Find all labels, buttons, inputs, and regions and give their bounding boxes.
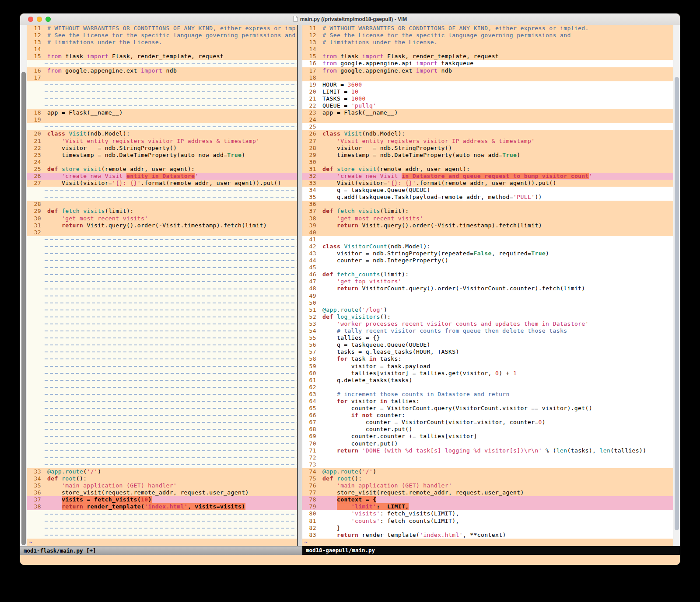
- code-line[interactable]: 18app = Flask(__name__): [27, 109, 297, 116]
- filler-line[interactable]: [27, 187, 297, 194]
- code-line[interactable]: 69 counter.counter += tallies[visitor]: [302, 433, 673, 440]
- code-line[interactable]: 60 tallies[visitor] = tallies.get(visito…: [302, 370, 673, 377]
- tilde-line[interactable]: ~: [27, 539, 297, 546]
- code-line[interactable]: 78 context = {: [302, 496, 673, 503]
- filler-line[interactable]: [27, 370, 297, 377]
- code-line[interactable]: 20LIMIT = 10: [302, 88, 673, 95]
- filler-line[interactable]: [27, 123, 297, 130]
- code-line[interactable]: 29 timestamp = ndb.DateTimeProperty(auto…: [302, 152, 673, 159]
- close-button[interactable]: [28, 17, 33, 22]
- code-line[interactable]: 36: [302, 201, 673, 208]
- code-line[interactable]: 30 'get most recent visits': [27, 215, 297, 222]
- code-line[interactable]: 26class Visit(ndb.Model):: [302, 130, 673, 137]
- filler-line[interactable]: [27, 426, 297, 433]
- code-line[interactable]: 75def root():: [302, 475, 673, 482]
- filler-line[interactable]: [27, 306, 297, 313]
- code-line[interactable]: 35 'main application (GET) handler': [27, 482, 297, 489]
- statusline-left[interactable]: mod1-flask/main.py [+]: [20, 546, 302, 555]
- filler-line[interactable]: [27, 532, 297, 539]
- code-line[interactable]: 19: [27, 116, 297, 123]
- filler-line[interactable]: [27, 313, 297, 320]
- code-line[interactable]: 23app = Flask(__name__): [302, 109, 673, 116]
- code-line[interactable]: 41: [302, 236, 673, 243]
- code-line[interactable]: 67 counter = VisitorCount(visitor=visito…: [302, 419, 673, 426]
- code-line[interactable]: 39 return Visit.query().order(-Visit.tim…: [302, 222, 673, 229]
- code-line[interactable]: 25: [302, 123, 673, 130]
- code-line[interactable]: 35 q.add(taskqueue.Task(payload=remote_a…: [302, 194, 673, 201]
- code-line[interactable]: 34 q = taskqueue.Queue(QUEUE): [302, 187, 673, 194]
- code-line[interactable]: 72: [302, 454, 673, 461]
- code-line[interactable]: 28 visitor = ndb.StringProperty(): [302, 145, 673, 152]
- code-line[interactable]: 51@app.route('/log'): [302, 306, 673, 313]
- filler-line[interactable]: [27, 355, 297, 362]
- code-line[interactable]: 31 return Visit.query().order(-Visit.tim…: [27, 222, 297, 229]
- code-line[interactable]: 58 for task in tasks:: [302, 355, 673, 362]
- code-line[interactable]: 14: [302, 46, 673, 53]
- code-line[interactable]: 21TASKS = 1000: [302, 95, 673, 102]
- filler-line[interactable]: [27, 292, 297, 299]
- filler-line[interactable]: [27, 250, 297, 257]
- filler-line[interactable]: [27, 60, 297, 67]
- code-line[interactable]: 65 counter = VisitorCount.query(VisitorC…: [302, 405, 673, 412]
- code-line[interactable]: 47 'get top visitors': [302, 278, 673, 285]
- code-line[interactable]: 71 return 'DONE (with %d task[s] logging…: [302, 447, 673, 454]
- code-line[interactable]: 46def fetch_counts(limit):: [302, 271, 673, 278]
- right-scrollbar[interactable]: [673, 25, 680, 546]
- code-line[interactable]: 66 if not counter:: [302, 412, 673, 419]
- code-line[interactable]: 20class Visit(ndb.Model):: [27, 130, 297, 137]
- filler-line[interactable]: [27, 454, 297, 461]
- code-line[interactable]: 40: [302, 229, 673, 236]
- code-line[interactable]: 54 # tally recent visitor counts from qu…: [302, 327, 673, 334]
- code-line[interactable]: 24: [27, 159, 297, 166]
- code-line[interactable]: 24: [302, 116, 673, 123]
- code-line[interactable]: 11# WITHOUT WARRANTIES OR CONDITIONS OF …: [302, 25, 673, 32]
- code-line[interactable]: 50: [302, 299, 673, 306]
- filler-line[interactable]: [27, 334, 297, 341]
- filler-line[interactable]: [27, 510, 297, 517]
- code-line[interactable]: 12# See the License for the specific lan…: [302, 32, 673, 39]
- filler-line[interactable]: [27, 348, 297, 355]
- filler-line[interactable]: [27, 285, 297, 292]
- left-scrollbar[interactable]: [20, 25, 27, 546]
- code-line[interactable]: 81 'counts': fetch_counts(LIMIT),: [302, 518, 673, 525]
- code-line[interactable]: 82 }: [302, 525, 673, 532]
- code-line[interactable]: 15from flask import Flask, render_templa…: [302, 53, 673, 60]
- code-line[interactable]: 68 counter.put(): [302, 426, 673, 433]
- filler-line[interactable]: [27, 384, 297, 391]
- filler-line[interactable]: [27, 95, 297, 102]
- filler-line[interactable]: [27, 271, 297, 278]
- code-line[interactable]: 18: [302, 74, 673, 81]
- code-line[interactable]: 70 counter.put(): [302, 440, 673, 447]
- filler-line[interactable]: [27, 433, 297, 440]
- filler-line[interactable]: [27, 341, 297, 348]
- code-line[interactable]: 16from google.appengine.ext import ndb: [27, 67, 297, 74]
- code-line[interactable]: 26 'create new Visit entity in Datastore…: [27, 173, 297, 180]
- filler-line[interactable]: [27, 461, 297, 468]
- code-line[interactable]: 33 Visit(visitor='{}: {}'.format(remote_…: [302, 180, 673, 187]
- code-line[interactable]: 61 q.delete_tasks(tasks): [302, 377, 673, 384]
- code-line[interactable]: 37def fetch_visits(limit):: [302, 208, 673, 215]
- code-line[interactable]: 33@app.route('/'): [27, 468, 297, 475]
- filler-line[interactable]: [27, 391, 297, 398]
- code-line[interactable]: 27 Visit(visitor='{}: {}'.format(remote_…: [27, 180, 297, 187]
- code-line[interactable]: 56 q = taskqueue.Queue(QUEUE): [302, 341, 673, 348]
- code-line[interactable]: 83 return render_template('index.html', …: [302, 532, 673, 539]
- filler-line[interactable]: [27, 327, 297, 334]
- code-line[interactable]: 80 'visits': fetch_visits(LIMIT),: [302, 510, 673, 517]
- code-line[interactable]: 17: [27, 74, 297, 81]
- code-line[interactable]: 48 return VisitorCount.query().order(-Vi…: [302, 285, 673, 292]
- left-code-area[interactable]: 11# WITHOUT WARRANTIES OR CONDITIONS OF …: [27, 25, 297, 546]
- code-line[interactable]: 27 'Visit entity registers visitor IP ad…: [302, 138, 673, 145]
- code-line[interactable]: 62: [302, 384, 673, 391]
- code-line[interactable]: 79 'limit': LIMIT,: [302, 503, 673, 510]
- code-line[interactable]: 23 timestamp = ndb.DateTimeProperty(auto…: [27, 152, 297, 159]
- code-line[interactable]: 49: [302, 292, 673, 299]
- filler-line[interactable]: [27, 194, 297, 201]
- statusline-right[interactable]: mod18-gaepull/main.py: [302, 546, 680, 555]
- filler-line[interactable]: [27, 412, 297, 419]
- filler-line[interactable]: [27, 102, 297, 109]
- filler-line[interactable]: [27, 81, 297, 88]
- filler-line[interactable]: [27, 398, 297, 405]
- code-line[interactable]: 30: [302, 159, 673, 166]
- code-line[interactable]: 17from google.appengine.ext import ndb: [302, 67, 673, 74]
